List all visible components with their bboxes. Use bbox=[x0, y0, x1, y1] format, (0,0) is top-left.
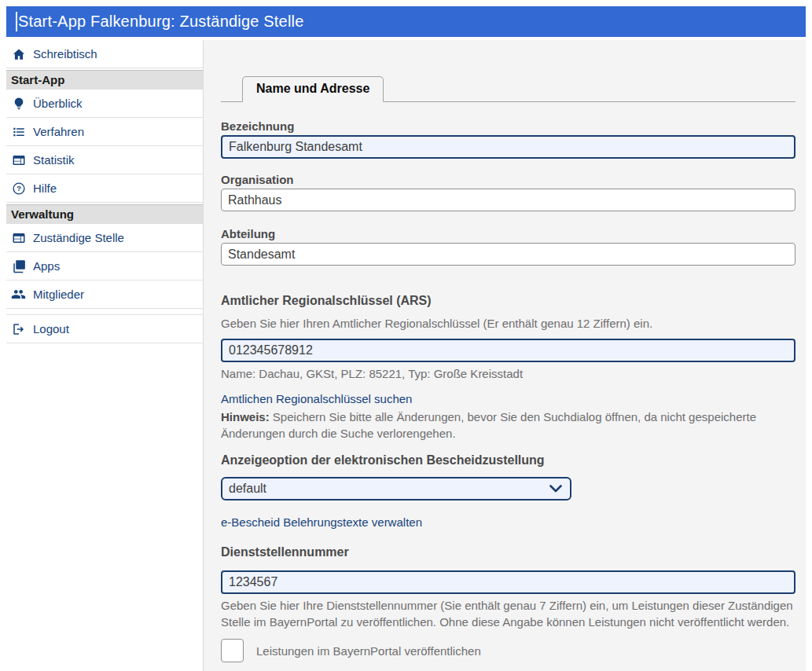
ars-hint-text: Speichern Sie bitte alle Änderungen, bev… bbox=[221, 410, 756, 440]
sidebar-item-statistik[interactable]: Statistik bbox=[6, 146, 203, 174]
web-icon bbox=[11, 230, 26, 245]
sidebar-item-schreibtisch[interactable]: Schreibtisch bbox=[6, 40, 203, 68]
sidebar-item-label: Überblick bbox=[33, 97, 83, 110]
sidebar-item-label: Verfahren bbox=[33, 125, 84, 138]
main-content: Name und Adresse Bezeichnung Organisatio… bbox=[204, 40, 806, 671]
logout-icon bbox=[11, 321, 26, 336]
dienststellennummer-input[interactable] bbox=[221, 570, 795, 594]
tab-name-und-adresse[interactable]: Name und Adresse bbox=[242, 76, 384, 102]
app-header: Start-App Falkenburg: Zuständige Stelle bbox=[6, 6, 806, 37]
layout: SchreibtischStart-AppÜberblickVerfahrenS… bbox=[6, 40, 806, 671]
anzeigeoption-label: Anzeigeoption der elektronischen Beschei… bbox=[221, 453, 795, 468]
organisation-label: Organisation bbox=[221, 173, 795, 186]
sidebar: SchreibtischStart-AppÜberblickVerfahrenS… bbox=[6, 40, 204, 671]
sidebar-item-ueberblick[interactable]: Überblick bbox=[6, 90, 203, 118]
page-title: Start-App Falkenburg: Zuständige Stelle bbox=[18, 13, 304, 31]
sidebar-item-apps[interactable]: Apps bbox=[6, 252, 203, 280]
list-icon bbox=[11, 124, 26, 139]
bayernportal-checkbox-label: Leistungen im BayernPortal veröffentlich… bbox=[256, 644, 481, 658]
lightbulb-icon bbox=[11, 96, 26, 111]
sidebar-section-verwaltung: Verwaltung bbox=[6, 204, 203, 224]
text-caret bbox=[16, 12, 17, 31]
dienststellennummer-label: Dienststellennummer bbox=[221, 545, 795, 559]
sidebar-item-logout[interactable]: Logout bbox=[6, 314, 203, 343]
sidebar-item-label: Logout bbox=[33, 322, 69, 336]
ars-input[interactable] bbox=[221, 339, 795, 362]
abteilung-input[interactable] bbox=[221, 243, 795, 266]
sidebar-item-zustaendige-stelle[interactable]: Zuständige Stelle bbox=[6, 224, 203, 252]
bayernportal-row: Leistungen im BayernPortal veröffentlich… bbox=[221, 639, 795, 662]
abteilung-label: Abteilung bbox=[221, 227, 795, 240]
ars-hint: Hinweis: Speichern Sie bitte alle Änderu… bbox=[221, 409, 795, 442]
sidebar-item-label: Schreibtisch bbox=[33, 47, 97, 60]
sidebar-item-hilfe[interactable]: ?Hilfe bbox=[6, 174, 203, 203]
sidebar-section-start-app: Start-App bbox=[6, 70, 203, 90]
dienststellennummer-help: Geben Sie hier Ihre Dienststellennummer … bbox=[221, 597, 795, 630]
apps-icon bbox=[11, 258, 26, 273]
ebescheid-link[interactable]: e-Bescheid Belehrungstexte verwalten bbox=[221, 515, 422, 529]
sidebar-item-label: Statistik bbox=[33, 153, 75, 167]
tab-bar: Name und Adresse bbox=[221, 76, 795, 102]
sidebar-spacer bbox=[6, 309, 203, 314]
ars-hint-label: Hinweis: bbox=[221, 410, 270, 424]
ars-label: Amtlicher Regionalschlüssel (ARS) bbox=[221, 294, 795, 308]
sidebar-item-label: Hilfe bbox=[33, 182, 57, 195]
sidebar-item-label: Apps bbox=[33, 259, 60, 273]
sidebar-item-verfahren[interactable]: Verfahren bbox=[6, 118, 203, 146]
bezeichnung-label: Bezeichnung bbox=[221, 119, 795, 133]
ars-search-link[interactable]: Amtlichen Regionalschlüssel suchen bbox=[221, 392, 412, 405]
chevron-down-icon bbox=[549, 482, 562, 496]
people-icon bbox=[11, 287, 26, 302]
anzeigeoption-select[interactable]: default bbox=[221, 477, 571, 500]
sidebar-item-mitglieder[interactable]: Mitglieder bbox=[6, 280, 203, 309]
bayernportal-checkbox[interactable] bbox=[221, 639, 244, 662]
svg-text:?: ? bbox=[17, 185, 21, 192]
sidebar-item-label: Zuständige Stelle bbox=[33, 231, 124, 244]
anzeigeoption-selected-value: default bbox=[229, 482, 266, 496]
home-icon bbox=[11, 46, 26, 61]
bezeichnung-input[interactable] bbox=[221, 135, 795, 159]
help-icon: ? bbox=[11, 181, 26, 196]
sidebar-item-label: Mitglieder bbox=[33, 288, 84, 301]
ars-result: Name: Dachau, GKSt, PLZ: 85221, Typ: Gro… bbox=[221, 365, 795, 382]
ars-help: Geben Sie hier Ihren Amtlicher Regionals… bbox=[221, 315, 795, 332]
web-icon bbox=[11, 152, 26, 167]
organisation-input[interactable] bbox=[221, 189, 795, 211]
